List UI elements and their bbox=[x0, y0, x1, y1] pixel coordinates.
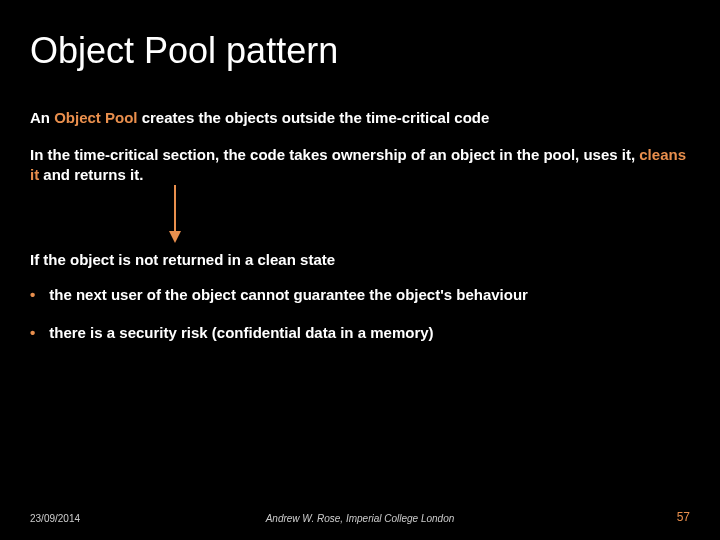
paragraph-3: If the object is not returned in a clean… bbox=[30, 250, 690, 270]
p1-prefix: An bbox=[30, 109, 54, 126]
svg-marker-1 bbox=[169, 231, 181, 243]
list-item: • the next user of the object cannot gua… bbox=[30, 285, 690, 305]
bullet-text: the next user of the object cannot guara… bbox=[49, 285, 528, 305]
paragraph-2: In the time-critical section, the code t… bbox=[30, 145, 690, 186]
p1-accent: Object Pool bbox=[54, 109, 142, 126]
footer-author: Andrew W. Rose, Imperial College London bbox=[0, 513, 720, 524]
list-item: • there is a security risk (confidential… bbox=[30, 323, 690, 343]
bullet-list: • the next user of the object cannot gua… bbox=[30, 285, 690, 362]
p2-a: In the time-critical section, the code t… bbox=[30, 146, 639, 163]
bullet-icon: • bbox=[30, 285, 35, 305]
paragraph-1: An Object Pool creates the objects outsi… bbox=[30, 108, 690, 128]
p1-suffix: creates the objects outside the time-cri… bbox=[142, 109, 490, 126]
arrow-down-icon bbox=[165, 185, 185, 245]
footer-page-number: 57 bbox=[677, 510, 690, 524]
bullet-text: there is a security risk (confidential d… bbox=[49, 323, 433, 343]
slide-title: Object Pool pattern bbox=[30, 30, 338, 72]
p2-b: and returns it. bbox=[39, 166, 143, 183]
bullet-icon: • bbox=[30, 323, 35, 343]
